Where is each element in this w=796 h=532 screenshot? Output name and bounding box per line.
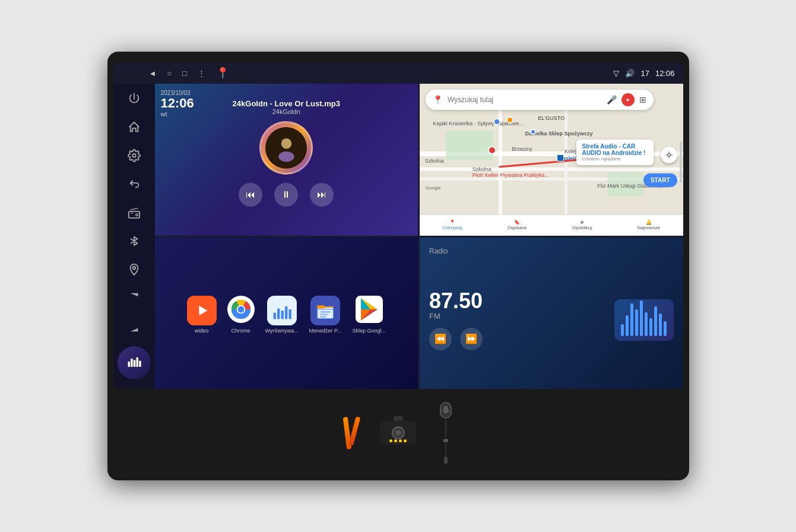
play-pause-button[interactable]: ⏸ <box>274 183 298 207</box>
music-artist: 24kGoldn <box>164 108 409 115</box>
radio-visualizer <box>614 299 674 341</box>
video-app-icon[interactable] <box>187 296 217 325</box>
app-video[interactable]: wideo <box>187 296 217 334</box>
mic-cable-assembly <box>440 402 452 464</box>
wyrownywarka-app-icon[interactable] <box>267 296 297 325</box>
svg-point-2 <box>135 214 138 216</box>
recents-button[interactable]: □ <box>182 69 187 78</box>
svg-point-12 <box>278 151 294 162</box>
app-wyrownywarka[interactable]: Wyrównywa... <box>265 296 299 334</box>
map-nav-zapisane[interactable]: 🔖 Zapisane <box>508 220 527 230</box>
album-art <box>259 121 313 175</box>
status-bar: ◄ ○ □ ⋮ 📍 ▽ 🔊 17 12:06 <box>113 62 683 84</box>
sidebar-settings[interactable] <box>125 147 143 164</box>
backup-camera <box>380 421 416 445</box>
chrome-app-icon[interactable] <box>227 296 255 325</box>
sidebar-power[interactable] <box>125 90 143 107</box>
location-center-button[interactable] <box>661 147 677 163</box>
map-scrollbar[interactable] <box>680 141 682 183</box>
music-title: 24kGoldn - Love Or Lust.mp3 <box>164 99 409 108</box>
camera-lens <box>392 426 405 439</box>
sidebar-bluetooth[interactable] <box>125 232 143 250</box>
sidebar <box>113 84 155 389</box>
map-info-box[interactable]: Strefa Audio - CAR AUDIO na Androidzie !… <box>576 140 654 165</box>
map-nav-odkrywaj[interactable]: 📍 Odkrywaj <box>442 220 462 230</box>
svg-rect-37 <box>320 316 326 318</box>
viz-bar <box>645 312 648 336</box>
camera-light-4 <box>404 439 407 442</box>
svg-point-13 <box>667 153 670 156</box>
map-poi-3[interactable] <box>530 129 536 135</box>
camera-light-3 <box>399 439 402 442</box>
green-area-1 <box>446 131 493 160</box>
map-area[interactable]: Kajaki Krasieńka - Spływy Kajakowe... Da… <box>420 110 683 214</box>
home-button[interactable]: ○ <box>167 69 172 78</box>
map-search-input[interactable] <box>448 96 602 104</box>
svg-rect-10 <box>139 361 141 368</box>
compass-icon: 📍 <box>449 220 455 225</box>
app-play-store[interactable]: Sklep Googl... <box>352 296 386 334</box>
file-manager-app-icon[interactable] <box>310 296 340 325</box>
radio-frequency: 87.50 <box>429 290 607 312</box>
music-player-card: 2023/10/03 12:06 wt 24kGoldn - Love Or L… <box>155 84 418 236</box>
start-navigation-button[interactable]: START <box>643 173 677 187</box>
datetime-overlay: 2023/10/03 12:06 wt <box>161 90 194 118</box>
album-art-inner <box>265 127 307 169</box>
clock: 12:06 <box>655 69 675 78</box>
app-wyrownywarka-label: Wyrównywa... <box>265 328 299 334</box>
map-card: 📍 🎤 ● ⊞ <box>420 84 683 236</box>
map-poi-elgusto[interactable] <box>506 116 513 124</box>
radio-prev-button[interactable]: ⏪ <box>429 328 452 350</box>
bell-icon: 🔔 <box>646 220 652 225</box>
map-info-title: Strefa Audio - CAR AUDIO na Androidzie ! <box>582 143 648 156</box>
wifi-icon: ▽ <box>613 69 619 78</box>
layers-icon[interactable]: ⊞ <box>639 95 646 104</box>
svg-rect-36 <box>320 314 328 315</box>
svg-rect-6 <box>128 362 130 367</box>
map-poi-krasiejow[interactable] <box>557 154 564 162</box>
back-button[interactable]: ◄ <box>149 69 157 78</box>
mic-icon[interactable]: 🎤 <box>607 95 617 104</box>
content-grid: 2023/10/03 12:06 wt 24kGoldn - Love Or L… <box>155 84 683 389</box>
map-label-szkolna2: Szkolna <box>472 166 491 172</box>
sidebar-home[interactable] <box>125 118 143 136</box>
sidebar-location[interactable] <box>125 261 143 278</box>
equalizer-button[interactable] <box>118 346 151 379</box>
menu-button[interactable]: ⋮ <box>198 69 205 78</box>
camera-mount <box>394 416 403 421</box>
app-play-store-label: Sklep Googl... <box>352 328 386 334</box>
viz-bar <box>640 300 643 336</box>
next-track-button[interactable]: ⏭ <box>310 183 334 207</box>
avatar-icon[interactable]: ● <box>621 93 635 106</box>
sidebar-bottom <box>113 346 155 383</box>
sidebar-vol-up[interactable] <box>125 289 143 307</box>
svg-rect-44 <box>443 406 448 411</box>
viz-bar <box>635 309 638 336</box>
road-h2 <box>420 167 683 171</box>
prev-track-button[interactable]: ⏮ <box>239 183 262 207</box>
sidebar-radio[interactable] <box>125 204 143 221</box>
mic-cable-wire <box>445 420 446 438</box>
mic-connector <box>443 439 448 442</box>
map-search-bar[interactable]: 📍 🎤 ● ⊞ <box>426 90 654 110</box>
sidebar-vol-dn[interactable] <box>125 318 143 335</box>
camera-light-1 <box>389 439 392 442</box>
svg-rect-27 <box>288 309 291 319</box>
viz-bar <box>621 324 624 336</box>
app-file-manager[interactable]: Menedżer P... <box>309 296 342 334</box>
map-nav-najnowsze[interactable]: 🔔 Najnowsze <box>637 220 660 230</box>
maps-nav-button[interactable]: 📍 <box>216 66 229 80</box>
app-chrome[interactable]: Chrome <box>227 296 255 334</box>
radio-next-button[interactable]: ⏩ <box>460 328 483 350</box>
add-icon: ⊕ <box>580 220 584 225</box>
svg-point-11 <box>281 138 291 149</box>
map-nav-opublikuj[interactable]: ⊕ Opublikuj <box>572 220 592 230</box>
svg-rect-26 <box>285 306 287 319</box>
microphone-with-cable <box>440 402 452 464</box>
svg-rect-35 <box>320 312 331 313</box>
map-info-sub: Ostatnio oglądane <box>582 156 648 162</box>
sidebar-back[interactable] <box>125 175 143 193</box>
viz-bar <box>630 303 633 336</box>
google-watermark: Google <box>426 185 441 191</box>
play-store-app-icon[interactable] <box>356 296 383 325</box>
